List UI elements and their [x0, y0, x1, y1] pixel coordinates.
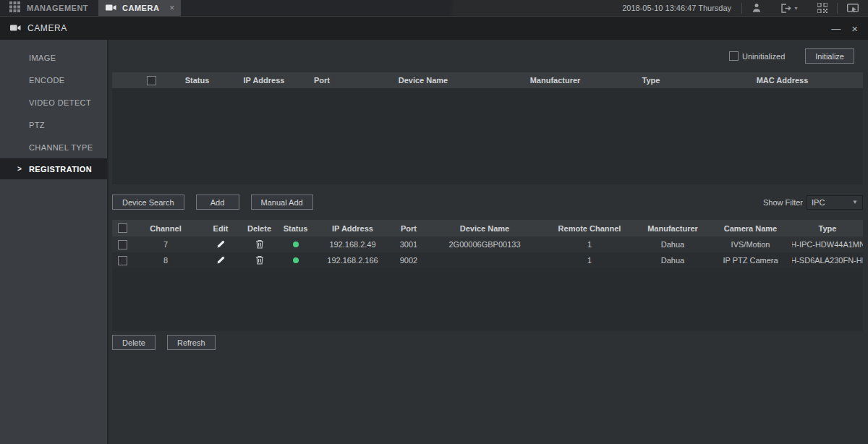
sidebar-item-label: ENCODE	[29, 76, 64, 85]
ip-cell: 192.168.2.166	[315, 252, 391, 268]
column-header: Channel	[132, 224, 199, 233]
delete-button[interactable]	[242, 252, 276, 268]
minimize-icon[interactable]: —	[831, 24, 841, 33]
logout-icon	[780, 4, 791, 13]
datetime-label: 2018-05-10 13:46:47 Thursday	[622, 4, 731, 12]
added-devices-table-body	[112, 268, 863, 331]
column-header: Port	[391, 224, 427, 233]
edit-button[interactable]	[199, 236, 242, 252]
channel-cell: 8	[132, 252, 199, 268]
sidebar-item-channel-type[interactable]: CHANNEL TYPE	[0, 136, 107, 158]
show-filter-label: Show Filter	[763, 198, 803, 207]
column-header: Type	[600, 76, 702, 85]
sidebar-item-registration[interactable]: > REGISTRATION	[0, 158, 107, 179]
table-row[interactable]: 8 192.168.2.166 9002 1 Dahua IP PTZ Came…	[112, 252, 863, 268]
column-header: Delete	[242, 224, 276, 233]
display-output-button[interactable]	[838, 0, 868, 16]
sidebar-item-label: PTZ	[29, 121, 45, 129]
column-header: Manufacturer	[510, 76, 600, 85]
row-checkbox[interactable]	[118, 240, 127, 249]
window-title: CAMERA	[27, 23, 67, 33]
camera-icon	[10, 22, 21, 35]
select-all-checkbox[interactable]	[147, 76, 156, 85]
top-bar-status: 2018-05-10 13:46:47 Thursday ▼	[622, 0, 868, 16]
sidebar-item-image[interactable]: IMAGE	[0, 46, 107, 69]
camera-name-cell: IVS/Motion	[709, 236, 792, 252]
show-filter-value: IPC	[812, 198, 825, 207]
apps-grid-icon	[9, 1, 20, 15]
camera-icon	[106, 1, 116, 14]
sidebar-item-label: VIDEO DETECT	[29, 98, 91, 107]
sidebar-item-label: IMAGE	[29, 54, 56, 62]
user-icon	[752, 3, 762, 13]
active-arrow-icon: >	[17, 165, 22, 173]
delete-button[interactable]	[242, 236, 276, 252]
logout-button[interactable]: ▼	[771, 0, 808, 16]
window-body: IMAGE ENCODE VIDEO DETECT PTZ CHANNEL TY…	[0, 40, 868, 444]
sidebar-item-video-detect[interactable]: VIDEO DETECT	[0, 91, 107, 114]
device-name-cell: 2G00006GBP00133	[427, 236, 542, 252]
show-filter-dropdown[interactable]: IPC ▼	[807, 195, 863, 210]
ip-cell: 192.168.2.49	[315, 236, 391, 252]
uninitialized-checkbox[interactable]	[729, 51, 739, 61]
camera-name-cell: IP PTZ Camera	[709, 252, 792, 268]
add-button[interactable]: Add	[196, 195, 239, 210]
trash-icon	[255, 239, 264, 250]
remote-channel-cell: 1	[542, 236, 637, 252]
device-search-table-body	[112, 88, 863, 184]
bottom-actions-row: Delete Refresh	[112, 331, 863, 351]
row-checkbox[interactable]	[118, 256, 127, 265]
added-devices-table: Channel Edit Delete Status IP Address Po…	[112, 220, 863, 331]
manufacturer-cell: Dahua	[637, 236, 709, 252]
column-header: Camera Name	[709, 224, 792, 233]
column-header: IP Address	[221, 76, 307, 85]
initialize-button[interactable]: Initialize	[805, 48, 854, 64]
column-header: Device Name	[336, 76, 510, 85]
status-online-dot	[293, 257, 299, 263]
select-all-checkbox[interactable]	[118, 223, 127, 233]
qr-code-button[interactable]	[808, 0, 837, 16]
device-search-table: Status IP Address Port Device Name Manuf…	[112, 72, 863, 184]
sidebar: IMAGE ENCODE VIDEO DETECT PTZ CHANNEL TY…	[0, 40, 109, 444]
user-button[interactable]	[742, 0, 771, 16]
delete-selected-button[interactable]: Delete	[112, 335, 156, 350]
management-label: MANAGEMENT	[27, 4, 88, 12]
trash-icon	[255, 255, 264, 266]
remote-channel-cell: 1	[542, 252, 637, 268]
type-cell: DH-SD6ALA230FN-HNI	[792, 252, 863, 268]
chevron-down-icon: ▼	[793, 6, 799, 11]
management-tab[interactable]: MANAGEMENT	[0, 0, 98, 16]
camera-tab[interactable]: CAMERA ×	[98, 0, 181, 16]
column-header: Status	[276, 224, 315, 233]
column-header: Port	[307, 76, 336, 85]
sidebar-item-label: CHANNEL TYPE	[29, 143, 93, 152]
type-cell: DH-IPC-HDW44A1MN-I	[792, 236, 863, 252]
column-header: Status	[174, 76, 221, 85]
top-bar-tabs: MANAGEMENT CAMERA ×	[0, 0, 181, 16]
status-online-dot	[293, 242, 299, 247]
monitor-icon	[847, 4, 859, 13]
added-devices-table-header: Channel Edit Delete Status IP Address Po…	[112, 220, 863, 236]
channel-cell: 7	[132, 236, 199, 252]
sidebar-item-ptz[interactable]: PTZ	[0, 114, 107, 136]
top-bar: MANAGEMENT CAMERA × 2018-05-10 13:46:47 …	[0, 0, 868, 17]
column-header: Edit	[199, 224, 242, 233]
sidebar-item-encode[interactable]: ENCODE	[0, 69, 107, 91]
column-header: IP Address	[315, 224, 391, 233]
column-header: Manufacturer	[637, 224, 709, 233]
edit-button[interactable]	[199, 252, 242, 268]
port-cell: 3001	[391, 236, 427, 252]
sidebar-item-label: REGISTRATION	[29, 165, 92, 174]
tab-close-icon[interactable]: ×	[169, 4, 174, 12]
column-header: Remote Channel	[542, 224, 637, 233]
refresh-button[interactable]: Refresh	[167, 335, 216, 350]
uninitialized-label: Uninitialized	[742, 52, 785, 61]
port-cell: 9002	[391, 252, 427, 268]
device-search-button[interactable]: Device Search	[112, 195, 184, 210]
search-actions-row: Device Search Add Manual Add Show Filter…	[112, 184, 863, 220]
manufacturer-cell: Dahua	[637, 252, 709, 268]
manual-add-button[interactable]: Manual Add	[251, 195, 313, 210]
close-icon[interactable]: ×	[851, 23, 858, 34]
table-row[interactable]: 7 192.168.2.49 3001 2G00006GBP00133 1 Da…	[112, 236, 863, 252]
device-search-table-header: Status IP Address Port Device Name Manuf…	[112, 72, 863, 88]
